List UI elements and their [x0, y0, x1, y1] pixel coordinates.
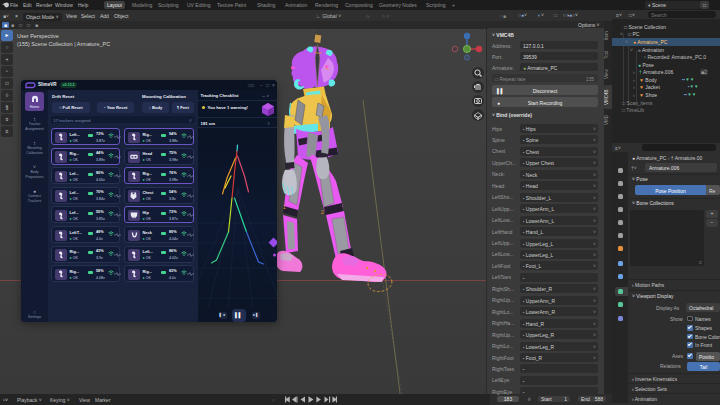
svg-text:2: 2	[321, 209, 324, 215]
svg-text:1: 1	[283, 204, 286, 210]
